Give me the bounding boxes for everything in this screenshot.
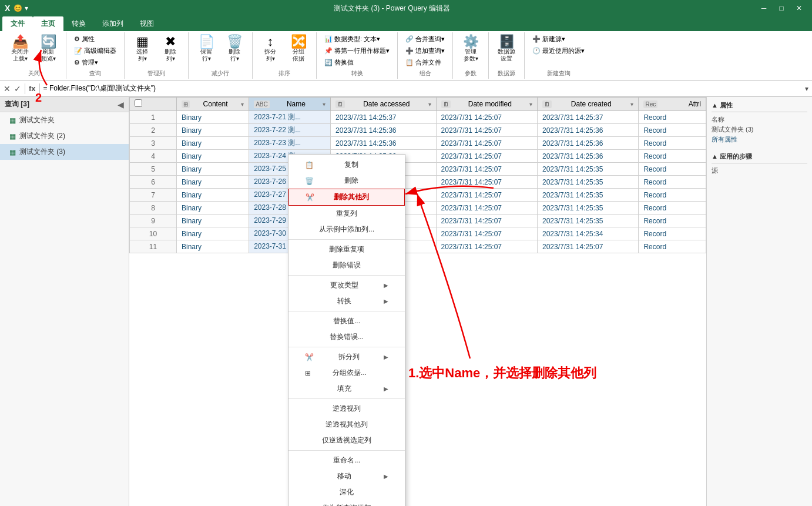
- col-header-date-modified[interactable]: 🗓 Date modified ▾: [436, 98, 537, 111]
- col-filter-name[interactable]: ▾: [323, 101, 326, 108]
- replace-value-button[interactable]: 🔄 替换值: [321, 57, 392, 68]
- refresh-icon: 🔄: [41, 35, 56, 48]
- tab-transform[interactable]: 转换: [63, 16, 94, 31]
- tab-add-column[interactable]: 添加列: [94, 16, 132, 31]
- col-header-checkbox[interactable]: [130, 98, 177, 111]
- col-header-date-created[interactable]: 🗓 Date created ▾: [538, 98, 639, 111]
- menu-delete-label: 删除: [344, 176, 358, 186]
- tab-home[interactable]: 主页: [33, 16, 63, 31]
- menu-arrow-2: ▶: [384, 298, 388, 304]
- maximize-button[interactable]: □: [773, 2, 790, 14]
- sidebar-item-label-2: 测试文件夹 (2): [19, 131, 65, 141]
- menu-unpivot[interactable]: 逆透视列: [288, 401, 405, 417]
- menu-rename[interactable]: 重命名...: [288, 453, 405, 468]
- excel-logo: X: [5, 4, 10, 13]
- col-filter-date-created[interactable]: ▾: [630, 101, 633, 108]
- select-all-checkbox[interactable]: [135, 99, 142, 107]
- minimize-button[interactable]: ─: [756, 2, 772, 14]
- cell-date-created: 2023/7/31 14:25:36: [538, 137, 639, 150]
- menu-replace-value[interactable]: 替换值...: [288, 313, 405, 329]
- menu-drill-down[interactable]: 深化: [288, 484, 405, 500]
- col-filter-date-accessed[interactable]: ▾: [428, 101, 431, 108]
- close-upload-icon: 📤: [12, 35, 28, 48]
- table-row: 5 Binary 2023-7-25 测... 2023/7/31 14:25:…: [130, 163, 706, 176]
- sidebar-item-1[interactable]: ▦ 测试文件夹: [0, 112, 129, 128]
- col-header-name[interactable]: ABC Name ▾: [249, 98, 331, 111]
- menu-add-example-label: 从示例中添加列...: [319, 224, 374, 234]
- sidebar-item-icon-2: ▦: [9, 132, 16, 140]
- menu-split-col[interactable]: ✂️ 拆分列 ▶: [288, 349, 405, 365]
- menu-remove-duplicates[interactable]: 删除重复项: [288, 242, 405, 257]
- col-name-date-created: Date created: [571, 100, 612, 108]
- cell-content: Binary: [177, 137, 249, 150]
- row-num: 7: [130, 189, 177, 202]
- menu-sep-5: [288, 398, 405, 399]
- datasource-settings-button[interactable]: 🗄️ 数据源设置: [494, 33, 519, 64]
- menu-arrow-4: ▶: [384, 386, 388, 392]
- close-button[interactable]: ✕: [791, 2, 807, 14]
- select-columns-button[interactable]: ▦ 选择列▾: [129, 33, 155, 64]
- refresh-button[interactable]: 🔄 刷新预览▾: [35, 33, 61, 64]
- menu-drilldown-label: 深化: [340, 487, 354, 497]
- new-source-button[interactable]: ➕ 新建源▾: [529, 33, 588, 45]
- use-first-row-button[interactable]: 📌 将第一行用作标题▾: [321, 45, 392, 56]
- merge-files-button[interactable]: 📋 合并文件: [402, 57, 448, 68]
- menu-change-type[interactable]: 更改类型▶: [288, 277, 405, 293]
- close-upload-button[interactable]: 📤 关闭并上载▾: [7, 33, 33, 64]
- merge-queries-button[interactable]: 🔗 合并查询▾: [402, 33, 448, 45]
- properties-button[interactable]: ⚙ 属性: [71, 33, 119, 45]
- col-header-attr[interactable]: Rec Attri: [639, 98, 706, 111]
- menu-add-from-example[interactable]: 从示例中添加列...: [288, 222, 405, 237]
- menu-unpivot-other[interactable]: 逆透视其他列: [288, 417, 405, 433]
- all-props-link[interactable]: 所有属性: [712, 135, 807, 145]
- sidebar-item-2[interactable]: ▦ 测试文件夹 (2): [0, 128, 129, 144]
- formula-dropdown-icon[interactable]: ▾: [805, 85, 808, 93]
- tab-file[interactable]: 文件: [2, 16, 33, 31]
- menu-fill[interactable]: 填充▶: [288, 381, 405, 397]
- col-header-content[interactable]: ⊞ Content ▾: [177, 98, 249, 111]
- manage-button[interactable]: ⚙ 管理▾: [71, 57, 119, 68]
- data-type-button[interactable]: 📊 数据类型: 文本▾: [321, 33, 392, 45]
- menu-transform[interactable]: 转换▶: [288, 293, 405, 309]
- delete-rows-button[interactable]: 🗑️ 删除行▾: [222, 33, 247, 64]
- col-header-date-accessed[interactable]: 🗓 Date accessed ▾: [331, 98, 437, 111]
- menu-group-by[interactable]: ⊞ 分组依据...: [288, 365, 405, 381]
- menu-duplicate-col[interactable]: 重复列: [288, 206, 405, 222]
- cell-date-modified: 2023/7/31 14:25:07: [436, 202, 537, 215]
- keep-rows-button[interactable]: 📄 保留行▾: [193, 33, 219, 64]
- formula-cancel-icon[interactable]: ✕: [4, 84, 11, 93]
- recent-sources-button[interactable]: 🕐 最近使用的源▾: [529, 45, 588, 56]
- delete-columns-button[interactable]: ✖ 删除列▾: [157, 33, 183, 64]
- keep-rows-label: 保留行▾: [200, 48, 212, 62]
- tab-view[interactable]: 视图: [132, 16, 162, 31]
- cell-date-created: 2023/7/31 14:25:36: [538, 124, 639, 137]
- append-queries-button[interactable]: ➕ 追加查询▾: [402, 45, 448, 56]
- step-source[interactable]: 源: [712, 166, 807, 176]
- menu-delete-other-cols[interactable]: ✂️ 删除其他列: [288, 189, 405, 206]
- formula-input[interactable]: [43, 85, 801, 93]
- col-filter-date-modified[interactable]: ▾: [529, 101, 532, 108]
- group-by-button[interactable]: 🔀 分组依据: [286, 33, 311, 64]
- col-filter-content[interactable]: ▾: [241, 101, 244, 108]
- menu-add-as-new-query[interactable]: 作为新查询添加: [288, 500, 405, 506]
- cell-date-modified: 2023/7/31 14:25:07: [436, 215, 537, 227]
- split-column-button[interactable]: ↕️ 拆分列▾: [257, 33, 283, 64]
- col-type-date-modified: 🗓: [441, 100, 451, 108]
- menu-remove-errors[interactable]: 删除错误: [288, 257, 405, 273]
- formula-confirm-icon[interactable]: ✓: [14, 84, 21, 93]
- sidebar-item-3[interactable]: ▦ 测试文件夹 (3): [0, 144, 129, 160]
- cell-attr: Record: [639, 163, 706, 176]
- sidebar-collapse-button[interactable]: ◀: [118, 100, 124, 109]
- sidebar-item-label-1: 测试文件夹: [19, 115, 55, 125]
- menu-move[interactable]: 移动▶: [288, 468, 405, 484]
- menu-copy[interactable]: 📋 复制: [288, 157, 405, 173]
- row-num: 1: [130, 111, 177, 124]
- app-window: X 😊 ▾ 测试文件夹 (3) - Power Query 编辑器 ─ □ ✕ …: [0, 0, 812, 506]
- ribbon-group-query: ⚙ 属性 📝 高级编辑器 ⚙ 管理▾ 查询: [66, 32, 125, 79]
- advanced-editor-button[interactable]: 📝 高级编辑器: [71, 45, 119, 56]
- menu-unpivot-selected[interactable]: 仅逆透视选定列: [288, 433, 405, 448]
- menu-delete[interactable]: 🗑️ 删除: [288, 173, 405, 189]
- table-row: 10 Binary 2023-7-30 测... 2023/7/31 14:25…: [130, 227, 706, 240]
- menu-replace-error[interactable]: 替换错误...: [288, 329, 405, 345]
- manage-params-button[interactable]: ⚙️ 管理参数▾: [458, 33, 484, 64]
